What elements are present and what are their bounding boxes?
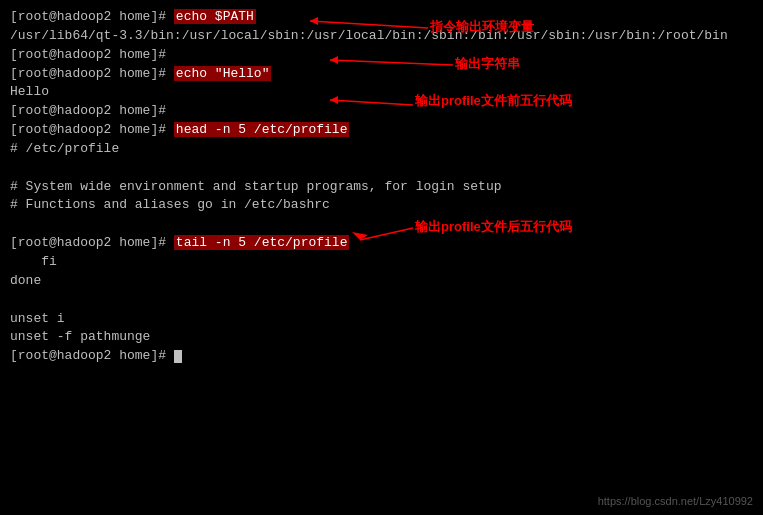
terminal-line-4: [root@hadoop2 home]# echo "Hello" [10,65,753,84]
terminal-line-18: unset -f pathmunge [10,328,753,347]
cmd-13: tail -n 5 /etc/profile [174,235,350,250]
terminal-line-7: [root@hadoop2 home]# head -n 5 /etc/prof… [10,121,753,140]
cmd-1: echo $PATH [174,9,256,24]
prompt-4: [root@hadoop2 home]# [10,66,174,81]
terminal-line-13: [root@hadoop2 home]# tail -n 5 /etc/prof… [10,234,753,253]
terminal-line-2: /usr/lib64/qt-3.3/bin:/usr/local/sbin:/u… [10,27,753,46]
annotation-head-profile: 输出profile文件前五行代码 [415,92,572,110]
terminal-line-1: [root@hadoop2 home]# echo $PATH [10,8,753,27]
terminal-line-8: # /etc/profile [10,140,753,159]
prompt-7: [root@hadoop2 home]# [10,122,174,137]
terminal-line-3: [root@hadoop2 home]# [10,46,753,65]
terminal-line-10: # System wide environment and startup pr… [10,178,753,197]
terminal-line-9 [10,159,753,178]
cmd-7: head -n 5 /etc/profile [174,122,350,137]
terminal-line-12 [10,215,753,234]
annotation-env-var: 指令输出环境变量 [430,18,534,36]
prompt-13: [root@hadoop2 home]# [10,235,174,250]
terminal-line-19: [root@hadoop2 home]# [10,347,753,366]
cmd-4: echo "Hello" [174,66,272,81]
watermark: https://blog.csdn.net/Lzy410992 [598,495,753,507]
terminal-line-15: done [10,272,753,291]
prompt-1: [root@hadoop2 home]# [10,9,174,24]
terminal-line-11: # Functions and aliases go in /etc/bashr… [10,196,753,215]
terminal-line-5: Hello [10,83,753,102]
terminal-line-14: fi [10,253,753,272]
terminal-line-16 [10,291,753,310]
terminal-line-17: unset i [10,310,753,329]
annotation-tail-profile: 输出profile文件后五行代码 [415,218,572,236]
annotation-string-output: 输出字符串 [455,55,520,73]
prompt-19: [root@hadoop2 home]# [10,348,174,363]
terminal-line-6: [root@hadoop2 home]# [10,102,753,121]
terminal: [root@hadoop2 home]# echo $PATH /usr/lib… [0,0,763,374]
cursor [174,350,182,363]
